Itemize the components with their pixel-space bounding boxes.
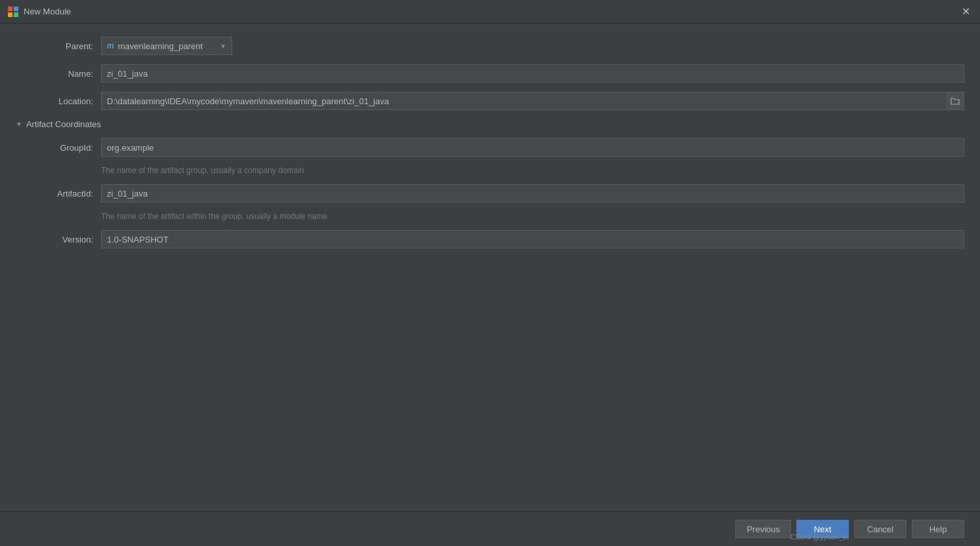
artifactid-input[interactable] [101, 184, 964, 203]
location-wrapper [101, 92, 964, 110]
artifact-section-header[interactable]: ▼ Artifact Coordinates [16, 119, 964, 129]
name-input[interactable] [101, 64, 964, 83]
svg-rect-1 [14, 7, 18, 11]
next-button[interactable]: Next [796, 520, 849, 538]
groupid-label: GroupId: [16, 143, 101, 153]
name-row: Name: [16, 64, 964, 83]
location-label: Location: [16, 96, 101, 106]
svg-rect-0 [8, 7, 12, 11]
artifactid-hint: The name of the artifact within the grou… [101, 212, 964, 221]
version-row: Version: [16, 230, 964, 248]
groupid-input[interactable] [101, 138, 964, 157]
name-label: Name: [16, 69, 101, 79]
browse-folder-button[interactable] [946, 92, 964, 110]
version-label: Version: [16, 235, 101, 244]
help-button[interactable]: Help [912, 520, 964, 538]
groupid-hint: The name of the artifact group, usually … [101, 166, 964, 175]
parent-dropdown[interactable]: m mavenlearning_parent ▼ [101, 37, 232, 55]
chevron-down-icon: ▼ [220, 43, 226, 50]
close-button[interactable]: ✕ [959, 5, 972, 18]
parent-value: mavenlearning_parent [118, 41, 203, 51]
cancel-button[interactable]: Cancel [854, 520, 907, 538]
location-input[interactable] [101, 92, 964, 110]
maven-icon: m [107, 41, 114, 50]
artifactid-label: ArtifactId: [16, 189, 101, 199]
svg-rect-2 [8, 12, 12, 17]
parent-row: Parent: m mavenlearning_parent ▼ [16, 37, 964, 55]
artifactid-row: ArtifactId: [16, 184, 964, 203]
footer: Previous Next Cancel Help [0, 511, 980, 546]
collapse-icon: ▼ [16, 121, 22, 128]
previous-button[interactable]: Previous [735, 520, 791, 538]
version-input[interactable] [101, 230, 964, 248]
svg-rect-3 [14, 12, 18, 17]
title-bar: New Module ✕ [0, 0, 980, 24]
artifact-section-label: Artifact Coordinates [26, 119, 101, 129]
location-row: Location: [16, 92, 964, 110]
form-content: Parent: m mavenlearning_parent ▼ Name: L… [0, 24, 980, 511]
parent-label: Parent: [16, 41, 101, 51]
groupid-row: GroupId: [16, 138, 964, 157]
app-icon [8, 7, 18, 17]
dialog-title: New Module [24, 7, 71, 16]
new-module-dialog: New Module ✕ Parent: m mavenlearning_par… [0, 0, 980, 546]
title-bar-left: New Module [8, 7, 71, 17]
